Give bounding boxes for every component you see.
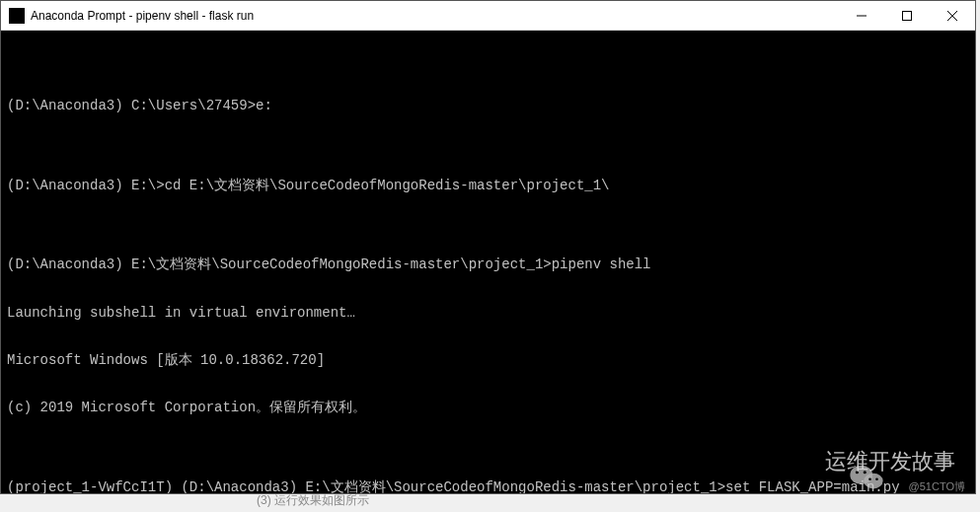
terminal-line: (D:\Anaconda3) E:\>cd E:\文档资料\SourceCode… — [7, 178, 969, 193]
titlebar: Anaconda Prompt - pipenv shell - flask r… — [1, 1, 975, 31]
watermark-text: 运维开发故事 — [825, 449, 955, 474]
terminal-window: Anaconda Prompt - pipenv shell - flask r… — [0, 0, 976, 494]
maximize-button[interactable] — [884, 1, 930, 30]
minimize-button[interactable] — [839, 1, 884, 30]
wechat-icon — [784, 448, 817, 475]
watermark-sub: @51CTO博 — [909, 480, 965, 493]
terminal-output[interactable]: (D:\Anaconda3) C:\Users\27459>e: (D:\Ana… — [1, 31, 975, 493]
svg-point-9 — [875, 478, 878, 481]
terminal-line: Launching subshell in virtual environmen… — [7, 305, 969, 321]
svg-rect-1 — [903, 11, 912, 20]
watermark: 运维开发故事 — [784, 448, 955, 475]
terminal-line: (D:\Anaconda3) E:\文档资料\SourceCodeofMongo… — [7, 256, 969, 272]
footer-caption: (3) 运行效果如图所示 — [257, 492, 369, 509]
terminal-line: (D:\Anaconda3) C:\Users\27459>e: — [7, 98, 969, 113]
window-title: Anaconda Prompt - pipenv shell - flask r… — [31, 9, 839, 23]
close-button[interactable] — [930, 1, 975, 30]
app-icon — [9, 8, 25, 24]
svg-point-5 — [865, 474, 883, 489]
svg-point-8 — [868, 478, 871, 481]
window-controls — [839, 1, 975, 30]
terminal-line: (c) 2019 Microsoft Corporation。保留所有权利。 — [7, 400, 969, 415]
terminal-line: Microsoft Windows [版本 10.0.18362.720] — [7, 352, 969, 368]
